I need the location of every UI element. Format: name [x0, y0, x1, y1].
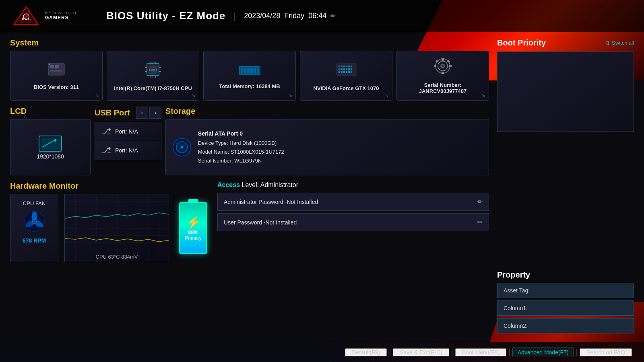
bios-label: BIOS Version: 311 — [34, 84, 79, 90]
header-datetime: 2023/04/28 Friday 06:44 ✏ — [244, 12, 336, 20]
memory-card[interactable]: Total Memory: 16384 MB ↘ — [203, 51, 296, 101]
hw-monitor-title: Hardware Monitor — [10, 181, 211, 191]
rog-logo-icon: ROG — [12, 5, 40, 27]
hw-monitor-content: CPU FAN — [10, 194, 211, 262]
usb-prev-button[interactable]: ‹ — [136, 107, 148, 119]
svg-rect-27 — [250, 68, 253, 73]
hdd-icon — [172, 137, 192, 157]
battery-box: ⚡ 88% Primary — [175, 194, 211, 262]
property-title: Property — [497, 270, 634, 280]
day-display: Friday — [284, 12, 304, 20]
bios-title: BIOS Utility - EZ Mode — [106, 10, 225, 22]
svg-text:CPU: CPU — [149, 68, 157, 72]
svg-rect-41 — [346, 68, 347, 70]
battery-visual: ⚡ 88% Primary — [179, 202, 207, 254]
svg-rect-77 — [65, 194, 169, 262]
lcd-title: LCD — [10, 107, 91, 116]
footer-divider-2: | — [451, 348, 453, 356]
advanced-mode-button[interactable]: Advanced Mode(F7) — [512, 348, 574, 357]
lcd-box: 1920*1080 — [10, 119, 91, 175]
boot-menu-button[interactable]: Boot Menu(F8) — [455, 348, 506, 356]
footer-divider-3: | — [508, 348, 510, 356]
column1-field[interactable]: Column1: — [497, 300, 634, 316]
main-content: System BIOS Ver — [0, 32, 644, 342]
boot-header: Boot Priority ⇅ Switch all — [497, 38, 634, 47]
column2-field[interactable]: Column2: — [497, 318, 634, 333]
serial-label: Serial Number: JANRCV00J977407 — [401, 82, 485, 94]
cpu-arrow-icon: ↘ — [192, 93, 196, 98]
storage-box: Serial ATA Port 0 Device Type: Hard Disk… — [165, 119, 489, 175]
system-title: System — [10, 38, 489, 47]
svg-rect-54 — [434, 65, 436, 67]
switch-all-button[interactable]: ⇅ Switch all — [605, 40, 634, 46]
bottom-row: Hardware Monitor CPU FAN — [10, 181, 489, 262]
svg-rect-38 — [339, 68, 340, 70]
bios-icon — [46, 61, 66, 81]
memory-label: Total Memory: 16384 MB — [219, 83, 280, 89]
mid-row: LCD 1920*1080 — [10, 107, 489, 175]
svg-rect-43 — [351, 68, 352, 70]
boot-priority-list — [497, 51, 634, 132]
svg-rect-26 — [247, 68, 250, 73]
boot-priority-section: Boot Priority ⇅ Switch all — [497, 38, 634, 132]
access-section: Access Level: Administrator Administrato… — [217, 181, 489, 234]
hardware-monitor-section: Hardware Monitor CPU FAN — [10, 181, 211, 262]
admin-password-text: Administrator Password -Not Installed — [224, 199, 318, 205]
bios-card[interactable]: BIOS Version: 311 ↘ — [10, 51, 103, 101]
gpu-arrow-icon: ↘ — [385, 93, 389, 98]
cpu-graph: CPU 63°C 834mV — [64, 194, 169, 262]
default-button[interactable]: Default(F9) — [345, 348, 387, 356]
lcd-resolution: 1920*1080 — [37, 153, 64, 160]
user-password-text: User Password -Not Installed — [224, 219, 297, 226]
cpu-card[interactable]: CPU — [107, 51, 199, 101]
serial-icon — [433, 57, 453, 79]
user-password-row: User Password -Not Installed ✏ — [217, 213, 489, 231]
svg-rect-6 — [50, 65, 54, 68]
property-section: Property Asset Tag: Column1: Column2: — [497, 270, 634, 336]
svg-point-4 — [25, 15, 28, 18]
gpu-label: NVIDIA GeForce GTX 1070 — [314, 85, 379, 91]
svg-rect-52 — [442, 58, 444, 61]
svg-rect-34 — [343, 66, 345, 67]
usb-port-1-label: Port: N/A — [115, 128, 138, 135]
gpu-card[interactable]: NVIDIA GeForce GTX 1070 ↘ — [300, 51, 392, 101]
svg-rect-28 — [254, 68, 256, 73]
svg-rect-29 — [257, 68, 259, 73]
battery-percentage: 88% — [188, 229, 198, 235]
asset-tag-field[interactable]: Asset Tag: — [497, 283, 634, 298]
usb-port-1: ⎇ Port: N/A — [95, 122, 161, 141]
admin-password-row: Administrator Password -Not Installed ✏ — [217, 193, 489, 211]
usb-next-button[interactable]: › — [149, 107, 161, 119]
admin-password-edit-icon[interactable]: ✏ — [477, 198, 483, 206]
user-password-edit-icon[interactable]: ✏ — [477, 218, 483, 226]
search-faq-button[interactable]: Search on FAQ — [580, 348, 632, 356]
svg-rect-40 — [343, 68, 345, 70]
bios-header: ROG REPUBLIC OF GAMERS BIOS Utility - EZ… — [0, 0, 644, 32]
storage-port: Serial ATA Port 0 — [198, 129, 284, 139]
footer-divider-1: | — [389, 348, 391, 356]
fan-rpm: 678 RPM — [17, 237, 52, 244]
serial-card[interactable]: Serial Number: JANRCV00J977407 ↘ — [396, 51, 489, 101]
logo-area: ROG REPUBLIC OF GAMERS — [12, 5, 78, 27]
svg-rect-45 — [341, 71, 343, 73]
lcd-section: LCD 1920*1080 — [10, 107, 91, 175]
bios-arrow-icon: ↘ — [95, 93, 99, 98]
usb-port-2-label: Port: N/A — [115, 147, 138, 154]
svg-rect-55 — [449, 65, 452, 67]
usb-icon-2: ⎇ — [101, 145, 111, 156]
storage-details: Serial ATA Port 0 Device Type: Hard Disk… — [198, 129, 284, 165]
datetime-edit-icon[interactable]: ✏ — [330, 12, 336, 20]
svg-rect-25 — [244, 68, 246, 73]
svg-rect-46 — [343, 71, 345, 73]
footer: Default(F9) | Save & Exit(F10) | Boot Me… — [0, 342, 644, 362]
fan-name: CPU FAN — [17, 200, 52, 206]
storage-device-type: Device Type: Hard Disk (1000GB) — [198, 139, 284, 148]
datetime-separator: | — [233, 11, 236, 21]
access-title-text: Access — [217, 181, 240, 188]
battery-bolt-icon: ⚡ — [186, 215, 201, 229]
save-exit-button[interactable]: Save & Exit(F10) — [393, 348, 449, 356]
svg-rect-61 — [41, 138, 60, 150]
svg-point-69 — [181, 146, 183, 148]
svg-rect-49 — [351, 71, 352, 73]
cpu-icon: CPU — [143, 60, 163, 82]
